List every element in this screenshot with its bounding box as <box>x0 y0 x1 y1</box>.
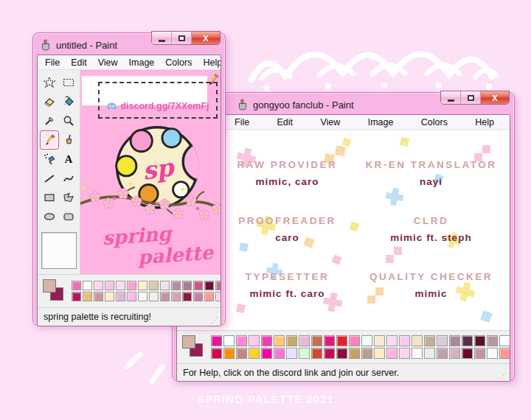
resize-grip[interactable]: ⋰ <box>211 316 218 324</box>
color-swatch[interactable] <box>286 348 297 359</box>
color-swatch[interactable] <box>105 292 114 301</box>
color-swatch[interactable] <box>274 348 285 359</box>
color-swatch[interactable] <box>72 281 81 290</box>
color-swatch[interactable] <box>171 281 181 290</box>
close-button[interactable]: X <box>192 32 220 44</box>
color-swatch[interactable] <box>336 335 347 346</box>
color-swatch[interactable] <box>204 281 214 290</box>
line-tool[interactable] <box>40 169 59 188</box>
color-swatch[interactable] <box>487 335 498 346</box>
color-swatch[interactable] <box>311 335 322 346</box>
color-swatch[interactable] <box>138 292 148 301</box>
curve-tool[interactable] <box>59 169 78 188</box>
color-swatch[interactable] <box>182 292 192 301</box>
menu-item-image[interactable]: Image <box>129 57 155 68</box>
color-swatch[interactable] <box>236 335 247 346</box>
color-swatch[interactable] <box>412 348 423 359</box>
color-swatch[interactable] <box>105 281 114 290</box>
color-swatch[interactable] <box>223 348 235 359</box>
color-swatch[interactable] <box>449 335 460 346</box>
color-swatch[interactable] <box>249 335 260 346</box>
color-swatch[interactable] <box>286 335 297 346</box>
color-swatch[interactable] <box>424 348 435 359</box>
pencil-tool[interactable] <box>40 130 59 150</box>
color-swatch[interactable] <box>94 281 103 290</box>
menu-item-file[interactable]: File <box>45 57 60 68</box>
color-swatch[interactable] <box>160 281 170 290</box>
color-swatch[interactable] <box>386 335 398 346</box>
color-swatch[interactable] <box>211 348 222 359</box>
rounded-rectangle-tool[interactable] <box>59 207 78 226</box>
color-swatch[interactable] <box>424 335 435 346</box>
color-swatch[interactable] <box>261 335 272 346</box>
color-swatch[interactable] <box>127 292 136 301</box>
color-swatch[interactable] <box>94 292 103 301</box>
color-swatch[interactable] <box>204 292 214 301</box>
color-swatch[interactable] <box>193 292 203 301</box>
color-swatch[interactable] <box>83 292 92 301</box>
close-button[interactable]: X <box>481 91 509 104</box>
airbrush-tool[interactable] <box>40 150 59 169</box>
color-swatch[interactable] <box>437 335 448 346</box>
color-swatch[interactable] <box>149 281 159 290</box>
menu-item-file[interactable]: File <box>235 117 249 127</box>
color-swatch[interactable] <box>299 335 310 346</box>
menu-item-edit[interactable]: Edit <box>277 117 294 127</box>
color-swatch[interactable] <box>361 335 372 346</box>
menu-item-help[interactable]: Help <box>203 57 221 68</box>
color-swatch[interactable] <box>274 335 285 346</box>
color-swatch[interactable] <box>311 348 322 359</box>
color-swatch[interactable] <box>138 281 148 290</box>
color-swatch[interactable] <box>361 348 372 359</box>
discord-link-row[interactable]: discord.gg/7XXemFj <box>106 101 209 111</box>
color-swatch[interactable] <box>449 348 460 359</box>
color-swatch[interactable] <box>386 348 398 359</box>
menu-item-view[interactable]: View <box>98 57 118 68</box>
menu-item-help[interactable]: Help <box>475 117 494 127</box>
color-swatch[interactable] <box>399 335 410 346</box>
brush-tool[interactable] <box>59 130 78 150</box>
color-swatch[interactable] <box>374 348 385 359</box>
color-swatch[interactable] <box>487 348 498 359</box>
color-swatch[interactable] <box>127 281 136 290</box>
color-swatch[interactable] <box>412 335 423 346</box>
color-swatch[interactable] <box>215 292 221 301</box>
ellipse-tool[interactable] <box>40 207 59 226</box>
pick-color-tool[interactable] <box>40 111 59 130</box>
color-swatch[interactable] <box>499 335 510 346</box>
color-swatch[interactable] <box>193 281 203 290</box>
fill-with-color-tool[interactable] <box>59 92 78 111</box>
color-swatch[interactable] <box>160 292 170 301</box>
minimize-button[interactable] <box>152 32 172 44</box>
foreground-color-swatch[interactable] <box>182 335 195 349</box>
free-form-select-tool[interactable] <box>40 73 59 92</box>
color-swatch[interactable] <box>437 348 448 359</box>
color-swatch[interactable] <box>299 348 310 359</box>
maximize-button[interactable] <box>461 91 481 104</box>
color-swatch[interactable] <box>223 335 235 346</box>
color-swatch[interactable] <box>116 292 125 301</box>
color-swatch[interactable] <box>83 281 92 290</box>
eraser-tool[interactable] <box>40 92 59 111</box>
color-swatch[interactable] <box>336 348 347 359</box>
color-swatch[interactable] <box>171 292 181 301</box>
text-tool[interactable]: A <box>59 150 78 169</box>
color-swatch[interactable] <box>399 348 410 359</box>
color-swatch[interactable] <box>324 348 335 359</box>
foreground-color-swatch[interactable] <box>43 279 56 293</box>
color-swatch[interactable] <box>182 281 192 290</box>
color-swatch[interactable] <box>499 348 510 359</box>
polygon-tool[interactable] <box>59 188 78 207</box>
paint-canvas[interactable]: RAW PROVIDERmimic, caroKR-EN TRANSLATORn… <box>177 130 510 330</box>
minimize-button[interactable] <box>441 91 461 104</box>
paint-canvas[interactable]: discord.gg/7XXemFj <box>80 70 221 274</box>
rectangle-tool[interactable] <box>40 188 59 207</box>
select-tool[interactable] <box>59 73 78 92</box>
menu-item-view[interactable]: View <box>320 117 340 127</box>
color-swatch[interactable] <box>149 292 159 301</box>
color-swatch[interactable] <box>349 348 360 359</box>
color-swatch[interactable] <box>72 292 81 301</box>
color-swatch[interactable] <box>474 335 485 346</box>
maximize-button[interactable] <box>172 32 192 44</box>
resize-grip[interactable]: ⋰ <box>500 371 507 379</box>
